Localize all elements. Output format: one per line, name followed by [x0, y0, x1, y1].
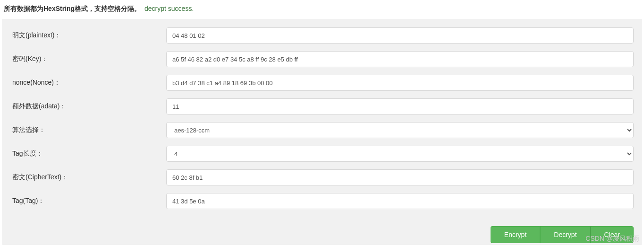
label-algorithm: 算法选择：	[10, 126, 166, 134]
row-tag: Tag(Tag)：	[10, 193, 634, 209]
select-algorithm[interactable]: aes-128-ccm	[166, 122, 634, 138]
input-tag[interactable]	[166, 193, 634, 209]
format-note: 所有数据都为HexString格式，支持空格分隔。	[4, 5, 141, 12]
status-message: decrypt success.	[144, 5, 194, 12]
label-taglen: Tag长度：	[10, 149, 166, 158]
row-ciphertext: 密文(CipherText)：	[10, 169, 634, 185]
row-nonce: nonce(Nonce)：	[10, 75, 634, 91]
row-plaintext: 明文(plaintext)：	[10, 27, 634, 44]
input-plaintext[interactable]	[166, 27, 634, 44]
encrypt-button[interactable]: Encrypt	[491, 226, 540, 243]
label-ciphertext: 密文(CipherText)：	[10, 173, 166, 182]
row-adata: 额外数据(adata)：	[10, 98, 634, 114]
form-panel: 明文(plaintext)： 密码(Key)： nonce(Nonce)： 额外…	[2, 19, 642, 245]
input-adata[interactable]	[166, 98, 634, 114]
button-row: Encrypt Decrypt Clear	[491, 226, 634, 243]
input-nonce[interactable]	[166, 75, 634, 91]
label-tag: Tag(Tag)：	[10, 197, 166, 205]
clear-button[interactable]: Clear	[591, 226, 634, 243]
label-key: 密码(Key)：	[10, 55, 166, 63]
select-taglen[interactable]: 4	[166, 146, 634, 162]
row-key: 密码(Key)：	[10, 51, 634, 67]
label-adata: 额外数据(adata)：	[10, 102, 166, 111]
input-ciphertext[interactable]	[166, 169, 634, 185]
input-key[interactable]	[166, 51, 634, 67]
row-taglen: Tag长度： 4	[10, 146, 634, 162]
label-nonce: nonce(Nonce)：	[10, 79, 166, 87]
header-note: 所有数据都为HexString格式，支持空格分隔。 decrypt succes…	[0, 0, 644, 17]
row-algorithm: 算法选择： aes-128-ccm	[10, 122, 634, 138]
label-plaintext: 明文(plaintext)：	[10, 31, 166, 40]
decrypt-button[interactable]: Decrypt	[540, 226, 590, 243]
